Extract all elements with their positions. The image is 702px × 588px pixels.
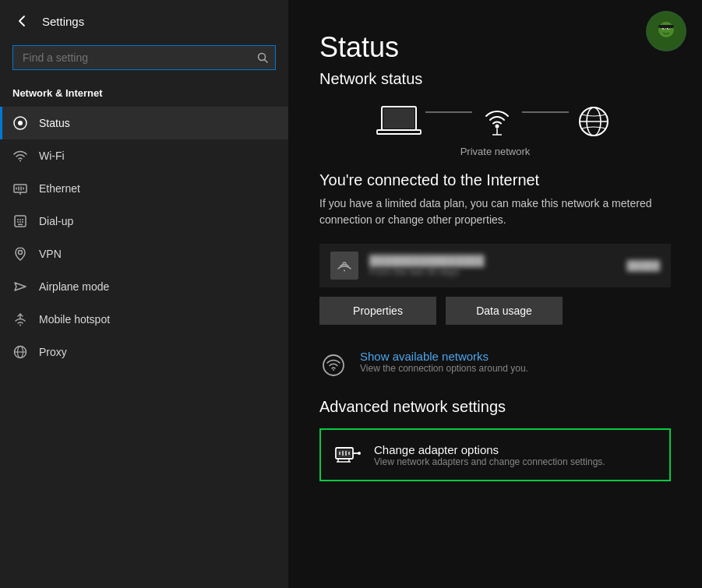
svg-point-12 — [17, 219, 19, 220]
sidebar-item-dialup[interactable]: Dial-up — [0, 205, 288, 238]
sidebar-item-airplane-label: Airplane mode — [39, 280, 109, 293]
network-data-size: █████ — [626, 260, 660, 271]
sidebar-item-wifi[interactable]: Wi-Fi — [0, 139, 288, 172]
sidebar-item-hotspot-label: Mobile hotspot — [39, 313, 110, 326]
connected-heading: You're connected to the Internet — [319, 171, 671, 189]
sidebar-item-hotspot[interactable]: Mobile hotspot — [0, 303, 288, 336]
main-content: Status Network status — [288, 0, 702, 588]
network-status-heading: Network status — [319, 70, 671, 88]
dialup-icon — [12, 213, 28, 229]
adapter-icon — [333, 441, 362, 469]
svg-point-4 — [19, 160, 21, 162]
svg-rect-33 — [383, 108, 414, 129]
svg-point-34 — [495, 125, 499, 129]
globe-icon — [572, 102, 616, 141]
svg-rect-30 — [658, 25, 674, 28]
sidebar-item-ethernet[interactable]: Ethernet — [0, 172, 288, 205]
sidebar-item-wifi-label: Wi-Fi — [39, 150, 65, 162]
connected-description: If you have a limited data plan, you can… — [319, 195, 671, 228]
network-sublabel: From the last 30 days — [369, 266, 616, 277]
private-network-label: Private network — [319, 146, 671, 157]
search-icon — [257, 52, 268, 63]
laptop-icon — [376, 102, 422, 141]
avatar — [646, 11, 686, 51]
svg-point-41 — [323, 355, 344, 375]
proxy-icon — [12, 344, 28, 360]
show-networks-text: Show available networks View the connect… — [360, 350, 528, 374]
sidebar: Settings Network & Internet Status — [0, 0, 288, 588]
adapter-sublabel: View network adapters and change connect… — [374, 456, 605, 467]
search-input[interactable] — [12, 45, 276, 70]
sidebar-item-ethernet-label: Ethernet — [39, 182, 80, 195]
svg-point-25 — [658, 22, 674, 37]
adapter-text: Change adapter options View network adap… — [374, 443, 605, 467]
vpn-icon — [12, 246, 28, 262]
sidebar-item-airplane[interactable]: Airplane mode — [0, 270, 288, 303]
connection-line-2 — [522, 111, 569, 113]
svg-point-3 — [18, 121, 23, 125]
svg-point-40 — [344, 270, 345, 272]
properties-button[interactable]: Properties — [319, 297, 436, 325]
svg-point-20 — [19, 325, 21, 326]
data-usage-button[interactable]: Data usage — [446, 297, 563, 325]
show-networks-item[interactable]: Show available networks View the connect… — [319, 347, 671, 382]
show-networks-icon — [319, 351, 347, 379]
svg-point-45 — [358, 452, 361, 455]
show-networks-sublabel: View the connection options around you. — [360, 363, 528, 374]
change-adapter-box[interactable]: Change adapter options View network adap… — [319, 428, 671, 481]
status-icon — [12, 115, 28, 131]
hotspot-icon — [12, 312, 28, 327]
sidebar-item-proxy-label: Proxy — [39, 346, 67, 358]
sidebar-item-proxy[interactable]: Proxy — [0, 336, 288, 368]
ethernet-icon — [12, 181, 28, 196]
advanced-heading: Advanced network settings — [319, 398, 671, 416]
svg-point-14 — [22, 219, 23, 220]
sidebar-header: Settings — [0, 0, 288, 39]
svg-point-19 — [19, 251, 23, 255]
network-name: ████████████████ — [369, 255, 616, 266]
network-avatar — [330, 252, 358, 280]
show-networks-label[interactable]: Show available networks — [360, 350, 528, 363]
search-box — [12, 45, 276, 70]
adapter-label: Change adapter options — [374, 443, 605, 456]
wifi-icon — [12, 148, 28, 164]
avatar-wrap — [646, 11, 686, 51]
action-buttons: Properties Data usage — [319, 297, 671, 325]
network-diagram — [319, 102, 671, 141]
svg-line-1 — [265, 60, 268, 63]
svg-rect-18 — [18, 224, 23, 226]
router-icon — [475, 102, 519, 141]
svg-point-42 — [333, 369, 334, 371]
svg-point-13 — [19, 219, 21, 220]
network-info-text: ████████████████ From the last 30 days — [369, 255, 616, 277]
sidebar-item-status[interactable]: Status — [0, 107, 288, 139]
page-title: Status — [319, 31, 671, 64]
svg-point-17 — [22, 221, 23, 223]
svg-point-15 — [17, 221, 19, 223]
sidebar-item-vpn-label: VPN — [39, 248, 62, 260]
sidebar-item-vpn[interactable]: VPN — [0, 238, 288, 270]
connection-line-1 — [425, 111, 472, 113]
svg-rect-32 — [377, 130, 421, 134]
sidebar-item-status-label: Status — [39, 117, 70, 129]
airplane-icon — [12, 279, 28, 294]
settings-title: Settings — [42, 15, 84, 28]
section-label: Network & Internet — [0, 83, 288, 107]
network-info-bar: ████████████████ From the last 30 days █… — [319, 244, 671, 287]
svg-point-16 — [19, 221, 21, 223]
back-button[interactable] — [12, 11, 33, 31]
sidebar-item-dialup-label: Dial-up — [39, 215, 73, 227]
